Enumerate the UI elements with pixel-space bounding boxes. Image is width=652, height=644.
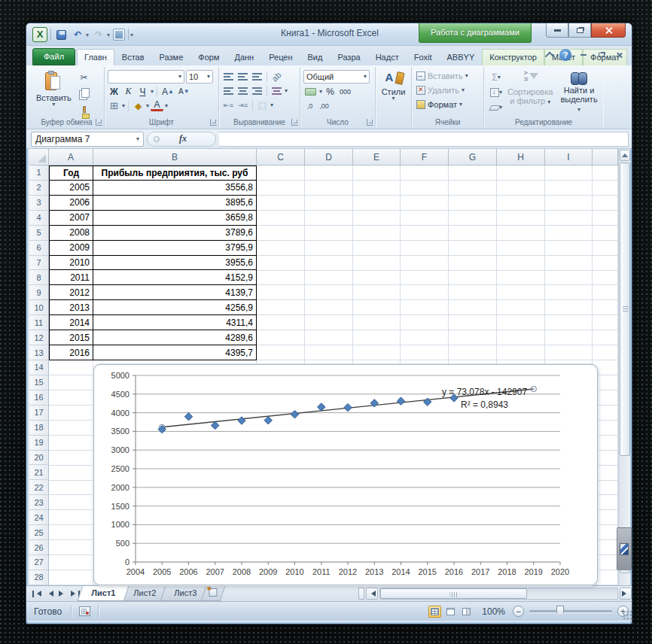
r-squared-label[interactable]: R² = 0,8943 bbox=[461, 399, 508, 410]
context-tab-1[interactable]: Конструктор bbox=[482, 49, 544, 65]
tab-split-handle[interactable] bbox=[358, 588, 364, 600]
name-box-dropdown-icon[interactable]: ▾ bbox=[136, 137, 139, 141]
delete-cells-button[interactable]: Удалить▾ bbox=[415, 83, 480, 97]
insert-sheet-button[interactable] bbox=[201, 586, 225, 601]
scroll-right-button[interactable] bbox=[620, 588, 632, 600]
row-header-5[interactable]: 5 bbox=[29, 226, 49, 241]
col-header-partial[interactable] bbox=[593, 149, 618, 166]
col-header-A[interactable]: A bbox=[49, 149, 93, 166]
row-header-9[interactable]: 9 bbox=[29, 285, 49, 300]
percent-button[interactable]: % bbox=[324, 85, 337, 98]
clear-button[interactable]: ▾ bbox=[489, 101, 504, 114]
data-point[interactable] bbox=[291, 411, 298, 418]
data-point[interactable] bbox=[238, 417, 245, 424]
row-header-2[interactable]: 2 bbox=[29, 181, 49, 196]
row-header-12[interactable]: 12 bbox=[29, 330, 49, 345]
row-header-18[interactable]: 18 bbox=[29, 421, 49, 436]
wrap-text-button[interactable] bbox=[270, 84, 283, 97]
ribbon-tab-11[interactable]: ABBYY bbox=[440, 49, 483, 65]
table-cell[interactable]: 4311,4 bbox=[93, 315, 257, 330]
comma-style-button[interactable]: 000 bbox=[338, 85, 352, 98]
table-cell[interactable]: 2012 bbox=[49, 285, 93, 300]
table-cell[interactable]: 4395,7 bbox=[93, 345, 257, 360]
ribbon-tab-1[interactable]: Главн bbox=[77, 49, 114, 65]
workbook-close-button[interactable] bbox=[613, 50, 626, 60]
row-header-3[interactable]: 3 bbox=[29, 196, 49, 211]
find-select-button[interactable]: Найти ивыделить ▾ bbox=[556, 68, 601, 115]
select-all-corner[interactable] bbox=[29, 149, 49, 166]
formula-input[interactable] bbox=[219, 132, 629, 147]
table-cell[interactable]: 2015 bbox=[49, 330, 93, 345]
row-header-15[interactable]: 15 bbox=[29, 375, 49, 390]
align-left-button[interactable] bbox=[222, 84, 235, 97]
workbook-restore-button[interactable] bbox=[595, 50, 608, 60]
align-right-button[interactable] bbox=[251, 84, 264, 97]
data-point[interactable] bbox=[264, 417, 272, 424]
prev-sheet-button[interactable] bbox=[44, 588, 56, 600]
table-cell[interactable]: 2014 bbox=[49, 315, 93, 330]
col-header-B[interactable]: B bbox=[93, 149, 257, 166]
table-header-cell[interactable]: Прибыль предприятия, тыс. руб bbox=[93, 166, 257, 181]
sheet-tab-Лист1[interactable]: Лист1 bbox=[78, 586, 129, 601]
align-bottom-button[interactable] bbox=[251, 70, 264, 83]
horizontal-scroll-track[interactable] bbox=[379, 588, 618, 600]
table-cell[interactable]: 3955,6 bbox=[93, 256, 257, 271]
row-header-4[interactable]: 4 bbox=[29, 211, 49, 226]
ribbon-tab-5[interactable]: Данн bbox=[227, 49, 261, 65]
format-cells-button[interactable]: Формат▾ bbox=[415, 97, 480, 111]
ribbon-tab-3[interactable]: Разме bbox=[152, 49, 191, 65]
zoom-slider[interactable] bbox=[529, 610, 612, 612]
dialog-launcher-icon[interactable] bbox=[367, 119, 373, 126]
ribbon-tab-4[interactable]: Форм bbox=[190, 49, 227, 65]
table-cell[interactable]: 2013 bbox=[49, 300, 93, 315]
first-sheet-button[interactable] bbox=[31, 588, 43, 600]
col-header-G[interactable]: G bbox=[449, 149, 497, 166]
font-name-combo[interactable]: ▾ bbox=[108, 70, 184, 84]
decrease-decimal-button[interactable]: ,00 bbox=[318, 99, 331, 112]
table-cell[interactable]: 4139,7 bbox=[93, 285, 257, 300]
horizontal-scrollbar[interactable] bbox=[358, 588, 632, 600]
row-header-11[interactable]: 11 bbox=[29, 315, 49, 330]
help-icon[interactable]: ? bbox=[559, 49, 571, 61]
cut-button[interactable]: ✂ bbox=[77, 71, 92, 84]
format-painter-button[interactable] bbox=[77, 102, 92, 116]
row-header-1[interactable]: 1 bbox=[29, 166, 49, 181]
merge-dropdown-icon[interactable]: ▾ bbox=[270, 103, 273, 108]
next-sheet-button[interactable] bbox=[56, 588, 69, 600]
row-header-27[interactable]: 27 bbox=[29, 555, 49, 570]
row-header-22[interactable]: 22 bbox=[29, 480, 49, 495]
accounting-format-button[interactable] bbox=[303, 85, 318, 98]
data-point[interactable] bbox=[397, 397, 404, 405]
row-header-7[interactable]: 7 bbox=[29, 256, 49, 271]
row-header-23[interactable]: 23 bbox=[29, 495, 49, 510]
close-button[interactable] bbox=[591, 23, 626, 38]
sort-filter-button[interactable]: А Я Сортировкаи фильтр ▾ bbox=[504, 68, 556, 115]
increase-indent-button[interactable]: ⇥≡ bbox=[236, 99, 249, 111]
table-cell[interactable]: 4152,9 bbox=[93, 270, 257, 285]
ribbon-tab-9[interactable]: Надст bbox=[368, 49, 407, 65]
underline-dropdown-icon[interactable]: ▾ bbox=[151, 90, 154, 94]
row-header-28[interactable]: 28 bbox=[29, 570, 49, 585]
horizontal-scroll-thumb[interactable] bbox=[380, 588, 527, 599]
name-box[interactable]: Диаграмма 7▾ bbox=[31, 132, 144, 147]
page-layout-view-button[interactable] bbox=[444, 606, 457, 618]
table-cell[interactable]: 3895,6 bbox=[93, 196, 257, 211]
zoom-slider-thumb[interactable] bbox=[556, 606, 564, 616]
row-header-8[interactable]: 8 bbox=[29, 270, 49, 285]
row-header-24[interactable]: 24 bbox=[29, 510, 49, 525]
zoom-level[interactable]: 100% bbox=[482, 606, 505, 617]
dialog-launcher-icon[interactable] bbox=[96, 119, 102, 126]
grow-font-button[interactable]: А▲ bbox=[160, 85, 175, 98]
scroll-up-button[interactable] bbox=[620, 150, 630, 161]
chart-canvas[interactable]: 0500100015002000250030003500400045005000… bbox=[94, 365, 597, 585]
table-cell[interactable]: 3795,9 bbox=[93, 241, 257, 256]
align-center-button[interactable] bbox=[236, 84, 249, 97]
align-middle-button[interactable] bbox=[236, 70, 249, 83]
row-header-10[interactable]: 10 bbox=[29, 300, 49, 315]
fill-color-button[interactable]: ◆ bbox=[132, 99, 145, 112]
col-header-I[interactable]: I bbox=[545, 149, 593, 166]
italic-button[interactable]: К bbox=[122, 85, 135, 98]
restore-button[interactable] bbox=[568, 23, 591, 38]
styles-button[interactable]: А Стили▾ bbox=[379, 68, 408, 103]
table-cell[interactable]: 2016 bbox=[49, 345, 93, 360]
